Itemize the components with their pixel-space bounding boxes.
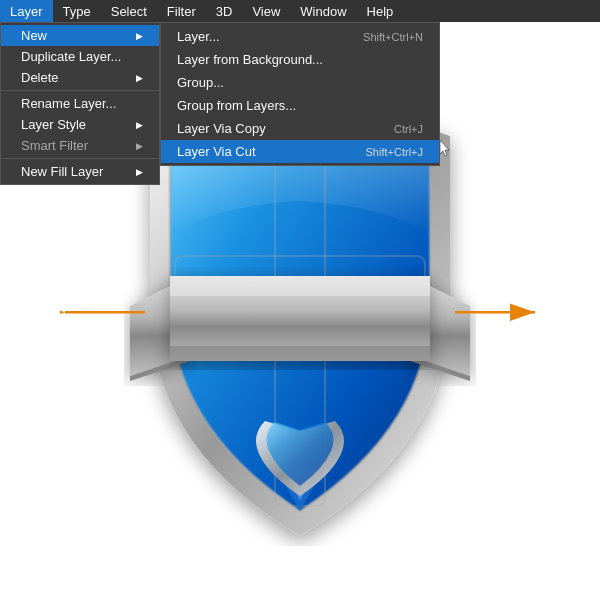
menubar-item-type[interactable]: Type [53,0,101,22]
menubar-item-3d[interactable]: 3D [206,0,243,22]
arrow-right-icon [450,294,540,336]
menubar-item-layer[interactable]: Layer [0,0,53,22]
svg-marker-0 [440,140,449,156]
menubar-item-window[interactable]: Window [290,0,356,22]
dropdown-item-smart-filter[interactable]: Smart Filter [1,135,159,156]
separator-2 [1,158,159,159]
layer-dropdown: New Duplicate Layer... Delete Rename Lay… [0,22,160,185]
cursor-pointer [440,140,452,158]
menubar-item-help[interactable]: Help [357,0,404,22]
dropdown-item-duplicate[interactable]: Duplicate Layer... [1,46,159,67]
submenu-item-layer-via-cut[interactable]: Layer Via Cut Shift+Ctrl+J [161,140,439,163]
submenu-item-group[interactable]: Group... [161,71,439,94]
submenu-item-layer-from-bg[interactable]: Layer from Background... [161,48,439,71]
menubar-item-view[interactable]: View [242,0,290,22]
dropdown-item-rename[interactable]: Rename Layer... [1,93,159,114]
submenu-item-layer-via-copy[interactable]: Layer Via Copy Ctrl+J [161,117,439,140]
submenu-item-group-from-layers[interactable]: Group from Layers... [161,94,439,117]
dropdown-item-delete[interactable]: Delete [1,67,159,88]
submenu-item-layer[interactable]: Layer... Shift+Ctrl+N [161,25,439,48]
separator-1 [1,90,159,91]
menubar-item-select[interactable]: Select [101,0,157,22]
new-submenu: Layer... Shift+Ctrl+N Layer from Backgro… [160,22,440,166]
menubar: Layer Type Select Filter 3D View Window … [0,0,600,22]
menubar-item-filter[interactable]: Filter [157,0,206,22]
arrow-left-icon [60,294,150,336]
dropdown-item-new[interactable]: New [1,25,159,46]
dropdown-item-new-fill[interactable]: New Fill Layer [1,161,159,182]
dropdown-item-layer-style[interactable]: Layer Style [1,114,159,135]
